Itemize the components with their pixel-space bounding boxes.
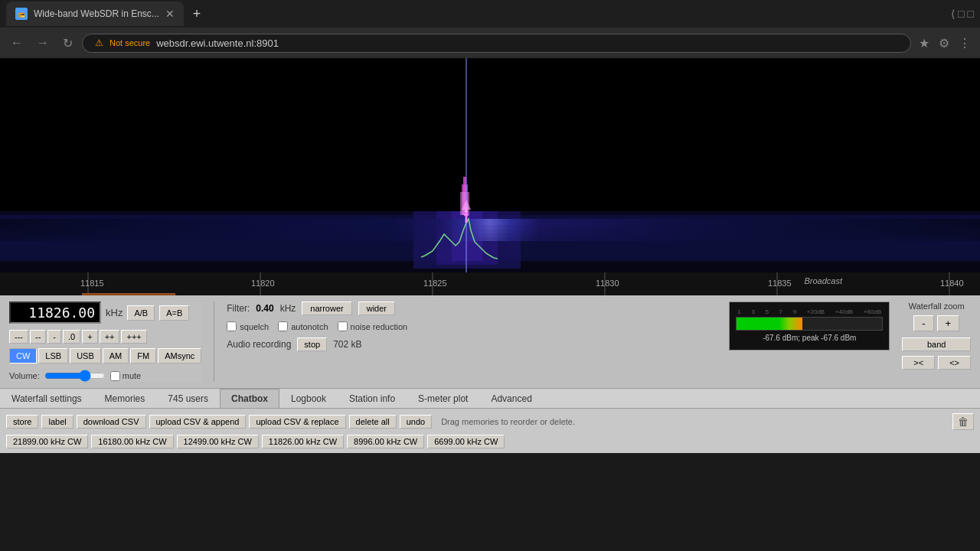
nav-right-button[interactable]: <> [938,356,971,370]
upload-csv-replace-button[interactable]: upload CSV & replace [249,415,345,429]
label-button[interactable]: label [41,415,73,429]
tab-memories[interactable]: Memories [93,389,157,408]
tab-close-button[interactable]: ✕ [165,8,175,20]
svg-rect-0 [0,58,980,211]
volume-label: Volume: [9,371,40,380]
stop-button[interactable]: stop [297,337,327,351]
zoom-minus-button[interactable]: - [913,315,933,331]
filter-row: Filter: 0.40 kHz narrower wider [227,302,717,315]
minimize-button[interactable]: ⟨ [951,8,955,20]
memory-item-1[interactable]: 16180.00 kHz CW [91,435,173,448]
browser-chrome: 📻 Wide-band WebSDR in Ensc... ✕ + ⟨ □ □ … [0,0,980,58]
svg-text:11825: 11825 [423,279,447,288]
svg-rect-16 [0,230,980,233]
spectrum-display[interactable]: 11815 11820 11825 11830 11835 11840 B Rá… [0,58,980,295]
frequency-input[interactable] [9,302,101,324]
store-button[interactable]: store [6,415,38,429]
waterfall-zoom-control: Waterfall zoom - + band >< <> [902,302,971,370]
memory-item-4[interactable]: 8996.00 kHz CW [347,435,424,448]
frequency-control: kHz A/B A=B --- -- - .0 + ++ +++ CW LSB … [9,302,201,382]
mute-checkbox[interactable] [110,371,120,381]
tab-users[interactable]: 745 users [156,389,220,408]
volume-row: Volume: mute [9,370,201,382]
increment3-button[interactable]: +++ [121,330,146,344]
mode-usb-button[interactable]: USB [70,348,101,364]
band-button[interactable]: band [902,337,971,351]
forward-button[interactable]: → [32,33,54,53]
volume-slider[interactable] [44,370,106,382]
increment2-button[interactable]: ++ [100,330,120,344]
mode-fm-button[interactable]: FM [130,348,156,364]
svg-text:11820: 11820 [251,279,275,288]
memory-item-3[interactable]: 11826.00 kHz CW [262,435,344,448]
bookmarks-button[interactable]: ★ [916,33,933,54]
narrower-button[interactable]: narrower [302,302,351,315]
broadcast-label: Broadcast [804,276,842,285]
extensions-button[interactable]: ⚙ [936,33,952,54]
autonotch-label: autonotch [278,321,328,331]
new-tab-button[interactable]: + [187,3,207,25]
menu-button[interactable]: ⋮ [956,33,974,54]
mode-cw-button[interactable]: CW [9,348,37,364]
tab-smeter-plot[interactable]: S-meter plot [407,389,479,408]
options-row: squelch autonotch noise reduction [227,321,717,331]
upload-csv-append-button[interactable]: upload CSV & append [149,415,247,429]
back-button[interactable]: ← [6,33,28,53]
mode-am-button[interactable]: AM [103,348,129,364]
decrement3-button[interactable]: --- [9,330,28,344]
noise-reduction-label: noise reduction [338,321,408,331]
tab-logbook[interactable]: Logbook [279,389,338,408]
wider-button[interactable]: wider [358,302,395,315]
nav-left-button[interactable]: >< [902,356,935,370]
svg-rect-14 [0,219,980,225]
mode-amsync-button[interactable]: AMsync [158,348,201,364]
svg-rect-17 [0,233,980,237]
waterfall-svg: 11815 11820 11825 11830 11835 11840 [0,58,980,295]
tab-advanced[interactable]: Advanced [479,389,543,408]
close-window-button[interactable]: □ [968,8,974,20]
recording-label: Audio recording [227,339,291,350]
decimal-button[interactable]: .0 [63,330,80,344]
memory-item-2[interactable]: 12499.00 kHz CW [177,435,259,448]
fullscreen-button[interactable]: □ [958,8,964,20]
tabs-area: Waterfall settings Memories 745 users Ch… [0,388,980,453]
recording-size: 702 kB [333,339,361,350]
tab-station-info[interactable]: Station info [338,389,407,408]
download-csv-button[interactable]: download CSV [77,415,146,429]
trash-button[interactable]: 🗑 [952,413,974,430]
memories-toolbar: store label download CSV upload CSV & ap… [6,413,974,430]
memory-item-0[interactable]: 21899.00 kHz CW [6,435,88,448]
ab-button[interactable]: A/B [127,305,155,321]
svg-text:11835: 11835 [768,279,792,288]
mode-lsb-button[interactable]: LSB [38,348,68,364]
memories-panel: store label download CSV upload CSV & ap… [0,409,980,453]
svg-text:11830: 11830 [596,279,619,288]
increment1-button[interactable]: + [82,330,97,344]
memory-item-5[interactable]: 6699.00 kHz CW [427,435,505,448]
aeqb-button[interactable]: A=B [159,305,189,321]
freq-step-buttons: --- -- - .0 + ++ +++ [9,330,201,344]
decrement2-button[interactable]: -- [30,330,46,344]
undo-button[interactable]: undo [400,415,432,429]
address-bar-area: ← → ↻ ⚠ Not secure websdr.ewi.utwente.nl… [0,28,980,58]
reload-button[interactable]: ↻ [58,33,77,54]
tab-waterfall[interactable]: Waterfall settings [0,389,93,408]
noise-reduction-checkbox[interactable] [338,321,348,331]
decrement1-button[interactable]: - [47,330,61,344]
address-bar[interactable]: ⚠ Not secure websdr.ewi.utwente.nl:8901 [82,34,911,53]
memory-list: 21899.00 kHz CW 16180.00 kHz CW 12499.00… [6,435,974,448]
mode-buttons: CW LSB USB AM FM AMsync [9,348,201,364]
zoom-plus-button[interactable]: + [937,315,960,331]
filter-control: Filter: 0.40 kHz narrower wider squelch … [227,302,717,351]
autonotch-checkbox[interactable] [278,321,288,331]
tab-bar: 📻 Wide-band WebSDR in Ensc... ✕ + ⟨ □ □ [0,0,980,28]
browser-tab[interactable]: 📻 Wide-band WebSDR in Ensc... ✕ [6,2,184,26]
squelch-checkbox[interactable] [227,321,237,331]
waterfall-zoom-label: Waterfall zoom [909,302,965,311]
freq-unit: kHz [106,307,122,318]
tab-chatbox[interactable]: Chatbox [220,389,279,408]
smeter-area: 1 3 5 7 9 +20dB +40dB +60dB -67.6 dBm; p… [729,302,890,350]
svg-rect-18 [0,237,980,241]
delete-all-button[interactable]: delete all [349,415,397,429]
security-icon: ⚠ [95,37,103,48]
